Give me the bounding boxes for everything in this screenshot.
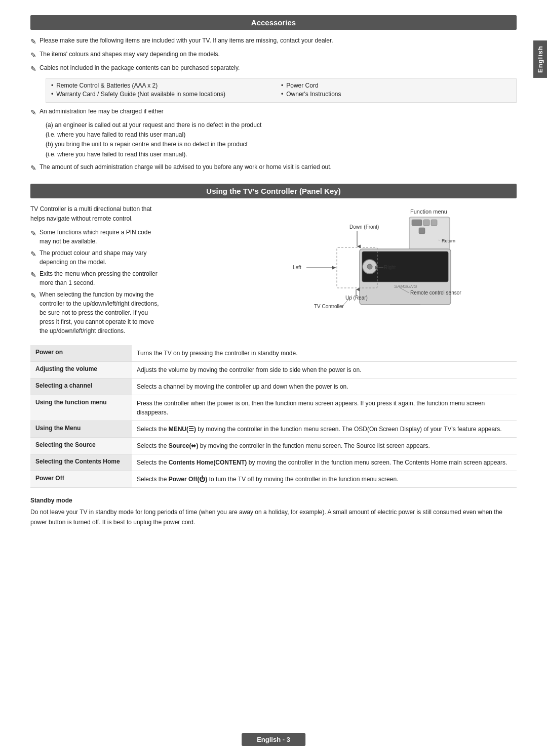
diagram-svg: Function menu Return [172,204,517,316]
controller-section: Using the TV's Controller (Panel Key) TV… [30,184,517,527]
feature-row-7: Power OffSelects the Power Off(⏻) to tur… [30,471,517,488]
controller-note-3: ✎ When selecting the function by moving … [30,290,162,335]
accessories-bullets: • Remote Control & Batteries (AAA x 2) •… [46,78,517,103]
feature-desc-3: Press the controller when the power is o… [132,395,517,421]
controller-top: TV Controller is a multi directional but… [30,204,517,338]
accessories-header: Accessories [30,15,517,30]
note-icon-admin: ✎ [30,107,36,118]
feature-desc-4: Selects the MENU(☰) by moving the contro… [132,421,517,438]
feature-desc-0: Turns the TV on by pressing the controll… [132,345,517,362]
admin-notes: (a) an engineer is called out at your re… [46,120,517,159]
accessories-note-3: ✎ Cables not included in the package con… [30,63,517,74]
page: English Accessories ✎ Please make sure t… [0,0,547,756]
note-icon-admin-end: ✎ [30,163,36,174]
svg-rect-1 [412,220,422,226]
note-icon-2: ✎ [30,50,36,61]
bullet-powercord: • Power Cord [281,82,511,89]
standby-text: Do not leave your TV in standby mode for… [30,508,517,527]
feature-name-0: Power on [30,345,132,362]
feature-row-3: Using the function menuPress the control… [30,395,517,421]
function-menu-label: Function menu [410,208,447,215]
svg-text:Down (Front): Down (Front) [349,224,379,230]
controller-intro: TV Controller is a multi directional but… [30,204,162,224]
standby-title: Standby mode [30,496,517,506]
admin-item-0: (a) an engineer is called out at your re… [46,120,517,130]
svg-text:Left: Left [293,265,301,270]
side-tab: English [533,40,547,78]
controller-left-text: TV Controller is a multi directional but… [30,204,162,338]
feature-row-1: Adjusting the volumeAdjusts the volume b… [30,362,517,379]
accessories-section: Accessories ✎ Please make sure the follo… [30,15,517,174]
footer-bar: English - 3 [242,733,305,746]
feature-desc-1: Adjusts the volume by moving the control… [132,362,517,379]
feature-name-7: Power Off [30,471,132,488]
svg-text:Return: Return [442,238,455,243]
feature-name-6: Selecting the Contents Home [30,454,132,471]
bullet-remote: • Remote Control & Batteries (AAA x 2) [51,82,281,89]
controller-note-1: ✎ The product colour and shape may vary … [30,248,162,267]
admin-note-end-line: ✎ The amount of such administration char… [30,162,517,174]
controller-header: Using the TV's Controller (Panel Key) [30,184,517,198]
feature-desc-7: Selects the Power Off(⏻) to turn the TV … [132,471,517,488]
controller-note-2: ✎ Exits the menu when pressing the contr… [30,269,162,287]
svg-rect-3 [431,220,437,226]
feature-row-2: Selecting a channelSelects a channel by … [30,379,517,395]
feature-name-1: Adjusting the volume [30,362,132,379]
feature-desc-5: Selects the Source(⬌) by moving the cont… [132,438,517,454]
feature-row-6: Selecting the Contents HomeSelects the C… [30,454,517,471]
svg-text:TV Controller: TV Controller [314,304,344,309]
feature-desc-2: Selects a channel by moving the controll… [132,379,517,395]
bullets-col-2: • Power Cord • Owner's Instructions [281,82,511,99]
admin-item-1: (i.e. where you have failed to read this… [46,130,517,140]
feature-row-5: Selecting the SourceSelects the Source(⬌… [30,438,517,454]
admin-item-3: (i.e. where you have failed to read this… [46,150,517,159]
bullet-warranty: • Warranty Card / Safety Guide (Not avai… [51,91,281,98]
svg-text:SAMSUNG: SAMSUNG [394,284,417,289]
svg-rect-4 [419,228,425,234]
feature-name-4: Using the Menu [30,421,132,438]
standby-section: Standby mode Do not leave your TV in sta… [30,496,517,527]
svg-text:Remote control sensor: Remote control sensor [410,290,461,296]
bullet-owners: • Owner's Instructions [281,91,511,98]
accessories-note-1: ✎ Please make sure the following items a… [30,36,517,47]
svg-text:Up (Rear): Up (Rear) [345,295,368,301]
feature-desc-6: Selects the Contents Home(CONTENT) by mo… [132,454,517,471]
admin-note-intro-line: ✎ An administration fee may be charged i… [30,107,517,118]
svg-rect-2 [423,220,429,226]
note-icon-3: ✎ [30,64,36,74]
controller-note-0: ✎ Some functions which require a PIN cod… [30,228,162,246]
features-table: Power onTurns the TV on by pressing the … [30,345,517,488]
feature-name-5: Selecting the Source [30,438,132,454]
accessories-note-2: ✎ The items' colours and shapes may vary… [30,50,517,61]
admin-item-2: (b) you bring the unit to a repair centr… [46,140,517,149]
controller-diagram: Function menu Return [172,204,517,338]
feature-row-0: Power onTurns the TV on by pressing the … [30,345,517,362]
feature-name-2: Selecting a channel [30,379,132,395]
svg-point-13 [367,264,372,269]
bullets-col-1: • Remote Control & Batteries (AAA x 2) •… [51,82,281,99]
svg-text:Right: Right [384,265,396,270]
feature-row-4: Using the MenuSelects the MENU(☰) by mov… [30,421,517,438]
feature-name-3: Using the function menu [30,395,132,421]
note-icon-1: ✎ [30,36,36,47]
